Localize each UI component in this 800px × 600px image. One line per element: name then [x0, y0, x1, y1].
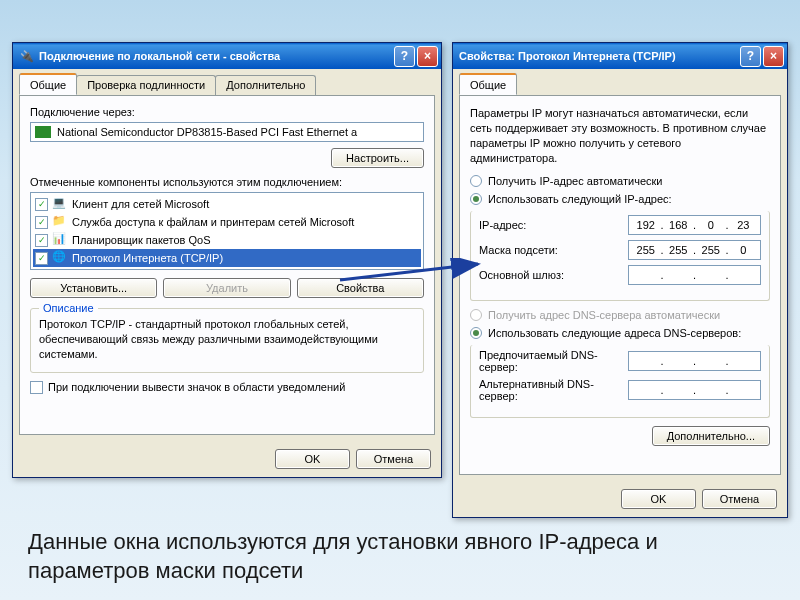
tab-panel-general: Подключение через: National Semiconducto…	[19, 95, 435, 435]
configure-button[interactable]: Настроить...	[331, 148, 424, 168]
checkbox[interactable]	[35, 234, 48, 247]
radio[interactable]	[470, 175, 482, 187]
adapter-field: National Semiconductor DP83815-Based PCI…	[30, 122, 424, 142]
ip-fieldset: IP-адрес: 192. 168. 0. 23 Маска подсети:…	[470, 211, 770, 301]
radio	[470, 309, 482, 321]
radio-auto-dns-row: Получить адрес DNS-сервера автоматически	[470, 309, 770, 321]
radio-label: Использовать следующий IP-адрес:	[488, 193, 672, 205]
lan-properties-dialog: 🔌 Подключение по локальной сети - свойст…	[12, 42, 442, 478]
radio-manual-dns-row[interactable]: Использовать следующие адреса DNS-сервер…	[470, 327, 770, 339]
tab-general[interactable]: Общие	[19, 73, 77, 95]
radio-label: Получить адрес DNS-сервера автоматически	[488, 309, 720, 321]
subnet-mask-input[interactable]: 255. 255. 255. 0	[628, 240, 761, 260]
title-text: Подключение по локальной сети - свойства	[39, 50, 280, 62]
list-item[interactable]: 💻 Клиент для сетей Microsoft	[33, 195, 421, 213]
cancel-button[interactable]: Отмена	[702, 489, 777, 509]
checkbox[interactable]	[35, 198, 48, 211]
ip-address-label: IP-адрес:	[479, 219, 628, 231]
tab-general[interactable]: Общие	[459, 73, 517, 95]
service-icon: 📁	[52, 214, 68, 230]
dns1-label: Предпочитаемый DNS-сервер:	[479, 349, 628, 373]
components-label: Отмеченные компоненты используются этим …	[30, 176, 424, 188]
tab-auth[interactable]: Проверка подлинности	[76, 75, 216, 95]
radio-label: Использовать следующие адреса DNS-сервер…	[488, 327, 741, 339]
checkbox[interactable]	[35, 216, 48, 229]
info-text: Параметры IP могут назначаться автоматич…	[470, 106, 770, 165]
dns1-input[interactable]: . . .	[628, 351, 761, 371]
tcpip-properties-dialog: Свойства: Протокол Интернета (TCP/IP) ? …	[452, 42, 788, 518]
qos-icon: 📊	[52, 232, 68, 248]
uninstall-button[interactable]: Удалить	[163, 278, 290, 298]
dialog-footer: OK Отмена	[13, 441, 441, 477]
radio[interactable]	[470, 193, 482, 205]
radio-auto-ip-row[interactable]: Получить IP-адрес автоматически	[470, 175, 770, 187]
radio-manual-ip-row[interactable]: Использовать следующий IP-адрес:	[470, 193, 770, 205]
gateway-input[interactable]: . . .	[628, 265, 761, 285]
component-list[interactable]: 💻 Клиент для сетей Microsoft 📁 Служба до…	[30, 192, 424, 270]
component-label: Клиент для сетей Microsoft	[72, 198, 209, 210]
properties-button[interactable]: Свойства	[297, 278, 424, 298]
close-icon[interactable]: ×	[417, 46, 438, 67]
dns2-label: Альтернативный DNS-сервер:	[479, 378, 628, 402]
subnet-mask-label: Маска подсети:	[479, 244, 628, 256]
component-label: Планировщик пакетов QoS	[72, 234, 211, 246]
titlebar[interactable]: 🔌 Подключение по локальной сети - свойст…	[13, 43, 441, 69]
tab-advanced[interactable]: Дополнительно	[215, 75, 316, 95]
list-item[interactable]: 🌐 Протокол Интернета (TCP/IP)	[33, 249, 421, 267]
description-legend: Описание	[39, 302, 98, 314]
description-text: Протокол TCP/IP - стандартный протокол г…	[39, 317, 415, 362]
connect-via-label: Подключение через:	[30, 106, 424, 118]
dns2-input[interactable]: . . .	[628, 380, 761, 400]
title-text: Свойства: Протокол Интернета (TCP/IP)	[459, 50, 676, 62]
cancel-button[interactable]: Отмена	[356, 449, 431, 469]
show-tray-icon-checkbox[interactable]	[30, 381, 43, 394]
ok-button[interactable]: OK	[275, 449, 350, 469]
description-fieldset: Описание Протокол TCP/IP - стандартный п…	[30, 308, 424, 373]
show-tray-icon-label: При подключении вывести значок в области…	[48, 381, 345, 393]
radio[interactable]	[470, 327, 482, 339]
component-label: Служба доступа к файлам и принтерам сете…	[72, 216, 354, 228]
install-button[interactable]: Установить...	[30, 278, 157, 298]
component-label: Протокол Интернета (TCP/IP)	[72, 252, 223, 264]
list-item[interactable]: 📁 Служба доступа к файлам и принтерам се…	[33, 213, 421, 231]
ok-button[interactable]: OK	[621, 489, 696, 509]
help-icon[interactable]: ?	[740, 46, 761, 67]
network-icon: 🔌	[19, 48, 35, 64]
tab-panel-general: Параметры IP могут назначаться автоматич…	[459, 95, 781, 475]
close-icon[interactable]: ×	[763, 46, 784, 67]
help-icon[interactable]: ?	[394, 46, 415, 67]
checkbox[interactable]	[35, 252, 48, 265]
tabs: Общие	[453, 69, 787, 95]
tcpip-icon: 🌐	[52, 250, 68, 266]
gateway-label: Основной шлюз:	[479, 269, 628, 281]
dialog-footer: OK Отмена	[453, 481, 787, 517]
radio-label: Получить IP-адрес автоматически	[488, 175, 662, 187]
titlebar[interactable]: Свойства: Протокол Интернета (TCP/IP) ? …	[453, 43, 787, 69]
slide-caption: Данные окна используются для установки я…	[28, 527, 772, 586]
advanced-button[interactable]: Дополнительно...	[652, 426, 770, 446]
list-item[interactable]: 📊 Планировщик пакетов QoS	[33, 231, 421, 249]
dns-fieldset: Предпочитаемый DNS-сервер: . . . Альтерн…	[470, 345, 770, 418]
adapter-name: National Semiconductor DP83815-Based PCI…	[57, 126, 357, 138]
tabs: Общие Проверка подлинности Дополнительно	[13, 69, 441, 95]
ip-address-input[interactable]: 192. 168. 0. 23	[628, 215, 761, 235]
adapter-icon	[35, 126, 51, 138]
client-icon: 💻	[52, 196, 68, 212]
